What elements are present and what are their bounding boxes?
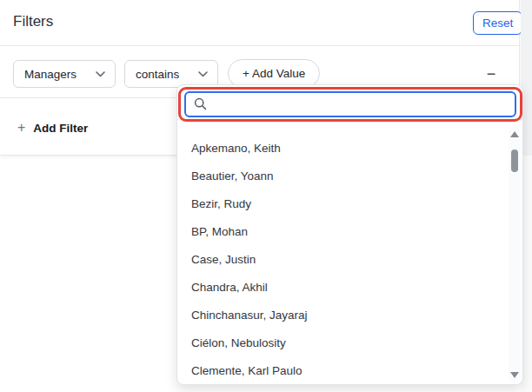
- scrollbar-track[interactable]: [509, 127, 521, 382]
- scroll-down-arrow[interactable]: [510, 372, 519, 378]
- dropdown-option[interactable]: Clemente, Karl Paulo: [177, 356, 507, 384]
- option-list: Apkemano, Keith Beautier, Yoann Bezir, R…: [177, 134, 507, 384]
- minus-icon: −: [487, 66, 496, 82]
- remove-filter-button[interactable]: −: [478, 63, 504, 85]
- dropdown-option[interactable]: Beautier, Yoann: [177, 162, 507, 189]
- operator-select-value: contains: [136, 68, 179, 81]
- page-title: Filters: [13, 13, 53, 30]
- scrollbar-thumb[interactable]: [511, 149, 518, 172]
- field-select-value: Managers: [24, 68, 76, 81]
- dropdown-option[interactable]: BP, Mohan: [177, 217, 507, 245]
- dropdown-option[interactable]: Case, Justin: [177, 245, 507, 273]
- scroll-up-arrow[interactable]: [510, 131, 519, 137]
- dropdown-option[interactable]: Ciélon, Nebulosity: [177, 329, 507, 356]
- add-filter-label: Add Filter: [33, 122, 88, 135]
- reset-button[interactable]: Reset: [473, 11, 522, 35]
- divider: [0, 45, 520, 46]
- add-filter-button[interactable]: + Add Filter: [17, 116, 88, 139]
- chevron-down-icon: [198, 71, 208, 77]
- plus-icon: +: [17, 120, 25, 136]
- dropdown-option[interactable]: Chandra, Akhil: [177, 273, 507, 301]
- chevron-down-icon: [96, 71, 105, 77]
- dropdown-option[interactable]: Bezir, Rudy: [177, 189, 507, 217]
- field-select[interactable]: Managers: [13, 60, 116, 88]
- search-input[interactable]: [184, 91, 516, 117]
- value-dropdown-panel: Apkemano, Keith Beautier, Yoann Bezir, R…: [176, 84, 523, 385]
- dropdown-option[interactable]: Apkemano, Keith: [177, 134, 507, 162]
- dropdown-option[interactable]: Chinchanasur, Jayaraj: [177, 301, 507, 329]
